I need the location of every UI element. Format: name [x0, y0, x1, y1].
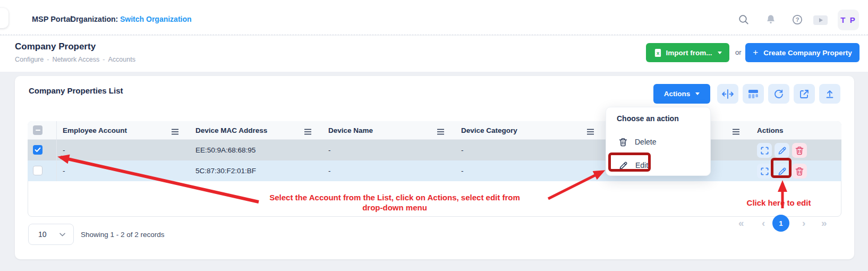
card-title: Company Properties List — [29, 86, 123, 95]
import-from-label: Import from... — [666, 49, 712, 57]
pagination-next[interactable]: › — [802, 216, 805, 231]
pagination-last[interactable]: » — [821, 216, 827, 231]
checkmark-icon — [35, 147, 41, 153]
open-in-new-button[interactable] — [794, 84, 815, 104]
breadcrumb-separator: - — [103, 56, 105, 63]
indeterminate-dash-icon — [36, 130, 40, 131]
col-header-employee-account[interactable]: Employee Account — [63, 126, 127, 134]
expand-brackets-icon — [760, 146, 769, 155]
breadcrumb: Configure-Network Access-Accounts — [15, 56, 135, 63]
chevron-down-icon — [59, 232, 66, 237]
row-2-expand-button[interactable] — [757, 164, 772, 179]
caret-down-icon — [718, 52, 722, 54]
import-from-button[interactable]: x Import from... — [646, 43, 729, 62]
col-header-device-category[interactable]: Device Category — [461, 126, 517, 134]
row-1-delete-button[interactable] — [792, 143, 807, 158]
actions-dropdown-menu: Choose an action Delete Edit — [606, 107, 711, 176]
menu-item-delete[interactable]: Delete — [611, 133, 706, 151]
annotation-hint-line2: drop-down menu — [244, 202, 545, 213]
cell-device-mac: EE:50:9A:68:68:95 — [195, 146, 256, 154]
col-header-actions: Actions — [757, 126, 784, 134]
breadcrumb-item-network-access[interactable]: Network Access — [52, 56, 99, 63]
row-2-delete-button[interactable] — [792, 164, 807, 179]
menu-item-edit[interactable]: Edit — [611, 156, 706, 174]
pencil-icon — [778, 146, 787, 155]
export-upload-icon — [824, 89, 835, 99]
cell-employee-account: - — [63, 146, 65, 154]
pagination-page-1[interactable]: 1 — [772, 215, 789, 232]
trash-icon — [619, 138, 627, 147]
page-header: Company Property Configure-Network Acces… — [0, 36, 868, 72]
column-menu-icon[interactable] — [304, 128, 312, 137]
breadcrumb-item-accounts[interactable]: Accounts — [108, 56, 135, 63]
checkbox-column-separator — [56, 121, 57, 181]
notifications-bell-icon[interactable] — [765, 14, 777, 26]
cell-device-name: - — [328, 167, 331, 175]
caret-down-icon — [695, 92, 700, 95]
svg-text:?: ? — [796, 16, 799, 23]
col-header-device-mac[interactable]: Device MAC Address — [195, 126, 267, 134]
export-button[interactable] — [819, 84, 840, 104]
column-resize-button[interactable] — [717, 84, 738, 104]
plus-icon: + — [753, 47, 758, 58]
annotation-hint-line1: Select the Account from the List, click … — [244, 192, 545, 202]
column-menu-icon[interactable] — [586, 128, 594, 137]
pagination-first[interactable]: « — [738, 216, 744, 231]
cell-device-mac: 5C:87:30:F2:01:BF — [195, 167, 256, 175]
app-window: MSP Portal Organization: Switch Organiza… — [0, 0, 868, 271]
create-company-property-button[interactable]: + Create Company Property — [745, 43, 860, 62]
play-triangle-icon — [819, 18, 823, 22]
help-icon[interactable]: ? — [792, 14, 803, 26]
annotation-click-to-edit: Click here to edit — [743, 198, 815, 208]
breadcrumb-separator: - — [47, 56, 49, 63]
external-link-icon — [799, 89, 810, 99]
row-1-checkbox-checked[interactable] — [33, 145, 42, 155]
refresh-button[interactable] — [768, 84, 789, 104]
table-header-row: Employee Account Device MAC Address Devi… — [28, 121, 841, 140]
columns-icon — [748, 89, 759, 99]
breadcrumb-item-configure[interactable]: Configure — [15, 56, 44, 63]
table-row-2[interactable]: - 5C:87:30:F2:01:BF - - — [28, 160, 841, 181]
excel-file-icon: x — [654, 48, 662, 57]
pencil-icon — [619, 161, 628, 170]
col-header-device-name[interactable]: Device Name — [328, 126, 373, 134]
actions-button[interactable]: Actions — [653, 84, 710, 104]
column-menu-icon[interactable] — [171, 128, 179, 137]
svg-text:x: x — [656, 50, 659, 56]
menu-item-delete-label: Delete — [635, 138, 656, 146]
switch-organization-link[interactable]: Switch Organization — [120, 15, 192, 23]
video-tutorial-icon[interactable] — [813, 15, 828, 25]
trash-icon — [795, 146, 804, 155]
sidebar-toggle[interactable] — [0, 8, 8, 28]
or-text: or — [735, 48, 742, 56]
cell-device-category: - — [461, 167, 464, 175]
cell-employee-account: - — [63, 167, 65, 175]
pagination-prev[interactable]: ‹ — [762, 216, 765, 231]
row-1-expand-button[interactable] — [757, 143, 772, 158]
topbar: MSP Portal Organization: Switch Organiza… — [0, 0, 868, 35]
create-company-property-label: Create Company Property — [763, 49, 852, 57]
cell-device-name: - — [328, 146, 331, 154]
user-avatar[interactable]: T P — [838, 10, 859, 30]
select-all-checkbox[interactable] — [33, 125, 42, 135]
page-title: Company Property — [15, 41, 96, 52]
row-2-checkbox-unchecked[interactable] — [33, 166, 42, 175]
row-2-edit-button[interactable] — [775, 164, 789, 179]
actions-label: Actions — [664, 90, 691, 98]
column-visibility-button[interactable] — [743, 84, 764, 104]
table-row-1[interactable]: - EE:50:9A:68:68:95 - - — [28, 140, 841, 160]
menu-item-edit-label: Edit — [635, 161, 648, 170]
search-icon[interactable] — [738, 14, 750, 26]
showing-records-text: Showing 1 - 2 of 2 records — [81, 231, 165, 239]
page-size-value: 10 — [38, 230, 47, 239]
page-size-select[interactable]: 10 — [28, 224, 74, 245]
cell-device-category: - — [461, 146, 464, 154]
pencil-icon — [778, 167, 787, 176]
refresh-icon — [773, 89, 784, 99]
organization-label: Organization: — [70, 15, 118, 23]
row-1-edit-button[interactable] — [775, 143, 789, 158]
column-resize-icon — [721, 89, 734, 99]
column-menu-icon[interactable] — [437, 128, 445, 137]
brand-title: MSP Portal — [32, 15, 72, 23]
column-menu-icon[interactable] — [732, 128, 740, 137]
